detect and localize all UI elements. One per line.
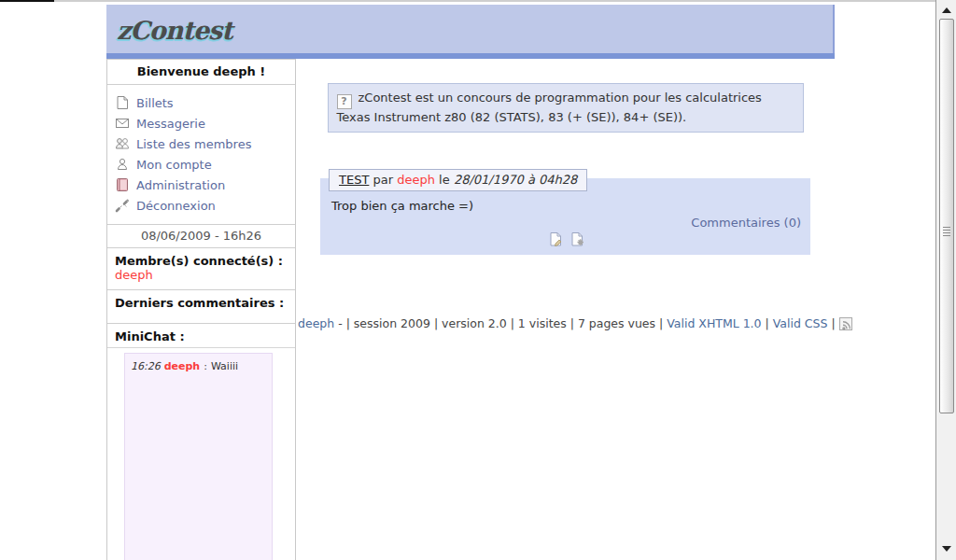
rss-feed-icon[interactable] [839,317,852,330]
valid-css-link[interactable]: Valid CSS [773,316,828,330]
sidebar: Bienvenue deeph ! Billets Messagerie Lis… [106,59,296,560]
chat-message-separator: : [204,360,207,372]
footer-pipe: | [766,316,769,330]
scroll-down-arrow[interactable] [942,546,951,552]
main-content: ?zContest est un concours de programmati… [296,59,835,330]
scroll-up-arrow[interactable] [942,7,951,13]
sidebar-item-label: Liste des membres [136,137,251,151]
valid-xhtml-link[interactable]: Valid XHTML 1.0 [667,316,761,330]
delete-post-icon[interactable] [569,231,585,247]
footer-stats-bar: deeph- | session 2009 | version 2.0 | 1 … [296,316,835,330]
post-author-link[interactable]: deeph [397,173,435,187]
sidebar-item-liste-des-membres[interactable]: Liste des membres [115,133,295,154]
minichat-box: 16:26deeph:Waiiii [124,353,273,560]
minichat-section: MiniChat : [107,323,295,347]
vertical-scrollbar[interactable] [935,0,956,560]
book-icon [115,177,130,192]
sidebar-item-label: Mon compte [136,158,212,172]
site-header: zContest [106,5,835,53]
last-comments-heading: Derniers commentaires : [115,296,288,310]
last-comments-section: Derniers commentaires : [107,289,295,323]
chat-message-author: deeph [164,360,201,372]
edit-post-icon[interactable] [548,231,564,247]
sidebar-menu: Billets Messagerie Liste des membres Mon… [107,84,295,224]
blog-post: TEST par deeph le 28/01/1970 à 04h28 Tro… [320,169,810,255]
sidebar-item-label: Administration [136,178,225,192]
sidebar-item-label: Messagerie [136,117,205,131]
sidebar-item-billets[interactable]: Billets [115,92,295,113]
chat-message-text: Waiiii [211,360,238,372]
members-online-heading: Membre(s) connecté(s) : [115,254,288,268]
sidebar-item-administration[interactable]: Administration [115,175,295,195]
help-icon: ? [337,94,352,109]
scrollbar-grip [943,227,950,238]
browser-top-strip-dark [0,0,54,2]
date-display: 08/06/2009 - 16h26 [107,224,295,247]
post-datetime: 28/01/1970 à 04h28 [454,173,577,187]
sidebar-item-deconnexion[interactable]: Déconnexion [115,195,295,216]
footer-pipe: | [831,316,835,330]
mail-icon [115,116,130,131]
post-message: Trop bien ça marche =) [331,199,801,213]
welcome-heading: Bienvenue deeph ! [107,59,295,84]
disconnect-icon [115,198,130,213]
sidebar-item-mon-compte[interactable]: Mon compte [115,154,295,175]
user-icon [115,157,130,172]
sidebar-item-messagerie[interactable]: Messagerie [115,113,295,133]
post-title-link[interactable]: TEST [339,173,369,187]
comments-link[interactable]: Commentaires (0) [691,216,801,230]
site-intro-box: ?zContest est un concours de programmati… [328,83,804,133]
post-word-le: le [439,173,450,187]
scrollbar-thumb[interactable] [939,19,954,413]
minichat-area: 16:26deeph:Waiiii [107,347,295,560]
sidebar-item-label: Déconnexion [136,199,216,213]
post-title-bar: TEST par deeph le 28/01/1970 à 04h28 [329,169,587,191]
footer-user-link[interactable]: deeph [298,316,334,330]
page-icon [115,95,130,110]
member-online-name[interactable]: deeph [115,268,288,282]
members-icon [115,136,130,151]
post-actions [331,231,801,250]
site-logo: zContest [117,16,232,45]
members-online-section: Membre(s) connecté(s) : deeph [107,247,295,289]
footer-stats-text: - | session 2009 | version 2.0 | 1 visit… [338,316,663,330]
chat-message-time: 16:26 [131,360,161,372]
browser-top-strip [0,0,936,2]
site-intro-text: zContest est un concours de programmatio… [337,91,762,124]
minichat-heading: MiniChat : [115,329,288,343]
post-word-par: par [373,173,394,187]
sidebar-item-label: Billets [136,96,174,110]
